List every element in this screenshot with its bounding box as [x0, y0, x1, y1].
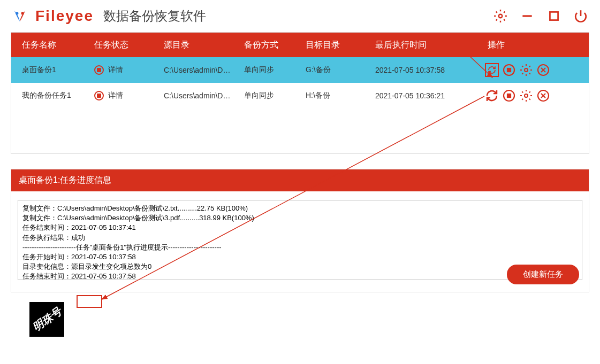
log-line: 复制文件：C:\Users\admin\Desktop\备份测试\2.txt..… [22, 204, 578, 213]
table-row[interactable]: 我的备份任务1 详情 C:\Users\admin\Deskt... 单向同步 … [11, 83, 589, 109]
cell-status: 详情 [89, 91, 158, 100]
log-line: 任务开始时间：2021-07-05 10:37:58 [22, 252, 578, 262]
svg-rect-4 [550, 12, 558, 20]
log-line: 复制文件：C:\Users\admin\Desktop\备份测试\3.pdf..… [22, 213, 578, 223]
gear-icon[interactable] [519, 89, 533, 103]
app-logo [11, 7, 29, 25]
status-stop-icon[interactable] [94, 91, 104, 100]
progress-title: 桌面备份1:任务进度信息 [11, 169, 589, 191]
svg-point-1 [21, 12, 24, 14]
col-source: 源目录 [158, 40, 239, 51]
maximize-button[interactable] [545, 7, 563, 25]
log-line: 任务执行结果：成功 [22, 233, 578, 243]
create-task-button[interactable]: 创建新任务 [507, 265, 579, 284]
cell-target: H:\备份 [300, 91, 370, 100]
col-target: 目标目录 [300, 40, 370, 51]
cell-method: 单向同步 [239, 91, 300, 100]
svg-point-14 [525, 94, 528, 97]
col-name: 任务名称 [11, 40, 89, 51]
col-status: 任务状态 [89, 40, 158, 51]
log-line: 任务结束时间：2021-07-05 10:37:41 [22, 223, 578, 233]
status-detail-link[interactable]: 详情 [108, 65, 123, 75]
cell-name: 我的备份任务1 [11, 91, 89, 100]
cell-actions [480, 63, 589, 77]
cell-source: C:\Users\admin\Deskt... [158, 66, 239, 74]
col-actions: 操作 [480, 40, 589, 51]
stop-icon[interactable] [502, 89, 516, 103]
minimize-button[interactable] [519, 7, 536, 25]
cell-lastrun: 2021-07-05 10:36:21 [370, 91, 480, 100]
stop-icon[interactable] [502, 63, 516, 77]
cell-actions [480, 89, 589, 103]
close-icon[interactable] [536, 89, 550, 103]
table-header: 任务名称 任务状态 源目录 备份方式 目标目录 最后执行时间 操作 [11, 33, 589, 57]
svg-point-2 [499, 14, 503, 18]
status-stop-icon[interactable] [94, 65, 104, 75]
log-line: 任务结束时间：2021-07-05 10:37:58 [22, 272, 578, 280]
cell-status: 详情 [89, 65, 158, 75]
titlebar: Fileyee 数据备份恢复软件 [0, 0, 600, 32]
svg-rect-7 [507, 68, 511, 72]
result-highlight-annotation [77, 295, 102, 308]
watermark: 明珠号 [29, 302, 64, 337]
cell-lastrun: 2021-07-05 10:37:58 [370, 66, 480, 74]
col-method: 备份方式 [239, 40, 300, 51]
status-detail-link[interactable]: 详情 [108, 91, 123, 100]
sync-icon[interactable] [485, 89, 499, 103]
progress-panel: 桌面备份1:任务进度信息 复制文件：C:\Users\admin\Desktop… [11, 169, 589, 292]
cell-source: C:\Users\admin\Deskt... [158, 91, 239, 100]
table-row[interactable]: 桌面备份1 详情 C:\Users\admin\Deskt... 单向同步 G:… [11, 57, 589, 83]
svg-point-0 [16, 12, 18, 14]
cell-target: G:\备份 [300, 65, 370, 75]
gear-icon[interactable] [519, 63, 533, 77]
log-box[interactable]: 复制文件：C:\Users\admin\Desktop\备份测试\2.txt..… [18, 200, 582, 280]
sync-icon[interactable] [485, 63, 499, 77]
log-line: -----------------------任务"桌面备份1"执行进度提示--… [22, 243, 578, 252]
task-table: 任务名称 任务状态 源目录 备份方式 目标目录 最后执行时间 操作 桌面备份1 … [11, 32, 589, 154]
close-icon[interactable] [536, 63, 550, 77]
col-lastrun: 最后执行时间 [370, 40, 480, 51]
log-line: 目录变化信息：源目录发生变化项总数为0 [22, 262, 578, 272]
app-subtitle: 数据备份恢复软件 [103, 7, 206, 25]
table-body: 桌面备份1 详情 C:\Users\admin\Deskt... 单向同步 G:… [11, 57, 589, 153]
cell-method: 单向同步 [239, 65, 300, 75]
power-button[interactable] [572, 7, 589, 25]
cell-name: 桌面备份1 [11, 65, 89, 75]
settings-button[interactable] [492, 7, 509, 25]
brand-name: Fileyee [35, 7, 94, 25]
svg-point-8 [525, 68, 528, 72]
svg-rect-13 [507, 94, 511, 97]
